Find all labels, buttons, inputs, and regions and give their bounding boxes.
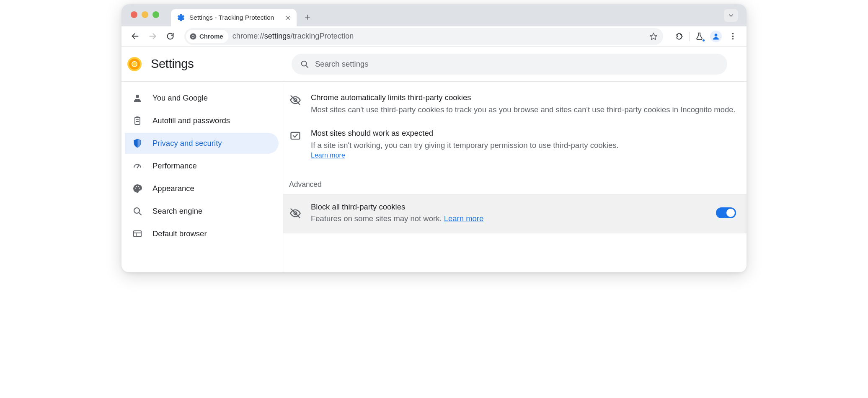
svg-point-21	[134, 208, 140, 213]
visibility-off-icon	[289, 207, 302, 219]
tab-search-button[interactable]	[724, 9, 738, 22]
sidebar-item-appearance[interactable]: Appearance	[125, 178, 279, 199]
svg-point-17	[135, 188, 136, 189]
maximize-window-button[interactable]	[152, 11, 159, 18]
site-chip[interactable]: Chrome	[186, 30, 228, 43]
setting-block-all-third-party: Block all third-party cookies Features o…	[283, 194, 747, 233]
bookmark-button[interactable]	[649, 32, 658, 41]
advanced-heading: Advanced	[283, 169, 747, 194]
svg-point-6	[732, 36, 734, 37]
clipboard-icon	[132, 116, 142, 126]
reload-icon	[166, 32, 175, 41]
page-title: Settings	[151, 57, 194, 71]
minimize-window-button[interactable]	[142, 11, 148, 18]
tab-strip: Settings - Tracking Protection	[121, 4, 747, 26]
info-row-limits-cookies: Chrome automatically limits third-party …	[289, 86, 736, 121]
info-desc: If a site isn't working, you can try giv…	[311, 140, 736, 152]
info-desc: Most sites can't use third-party cookies…	[311, 104, 736, 116]
profile-button[interactable]	[708, 29, 724, 44]
svg-point-13	[136, 95, 139, 98]
search-icon	[132, 206, 142, 216]
visibility-off-icon	[289, 92, 302, 106]
url-text: chrome://settings/trackingProtection	[232, 32, 354, 41]
settings-main: Chrome automatically limits third-party …	[283, 82, 747, 272]
sidebar-item-label: You and Google	[152, 93, 208, 103]
block-third-party-toggle[interactable]	[716, 208, 736, 218]
sidebar-item-autofill[interactable]: Autofill and passwords	[125, 110, 279, 131]
checkbox-icon	[289, 127, 302, 142]
extensions-button[interactable]	[672, 29, 687, 44]
sidebar-item-label: Appearance	[152, 184, 194, 193]
site-chip-label: Chrome	[199, 33, 223, 40]
sidebar-item-label: Default browser	[152, 229, 207, 238]
person-icon	[712, 32, 720, 41]
forward-button[interactable]	[145, 29, 160, 44]
sidebar-item-you-and-google[interactable]: You and Google	[125, 88, 279, 109]
svg-point-5	[732, 33, 734, 35]
setting-desc: Features on some sites may not work. Lea…	[311, 213, 707, 225]
star-icon	[649, 32, 658, 41]
close-window-button[interactable]	[131, 11, 137, 18]
new-tab-button[interactable]	[300, 10, 315, 25]
labs-button[interactable]	[691, 29, 707, 44]
toolbar-actions	[670, 29, 741, 44]
svg-point-11	[132, 62, 137, 66]
chevron-down-icon	[728, 12, 734, 19]
sidebar-item-label: Search engine	[152, 207, 202, 216]
window-controls	[131, 11, 159, 18]
person-icon	[132, 93, 142, 103]
sidebar-item-search-engine[interactable]: Search engine	[125, 201, 279, 222]
search-settings-input[interactable]	[315, 59, 719, 69]
overflow-menu-button[interactable]	[725, 29, 741, 44]
puzzle-icon	[675, 32, 684, 41]
svg-point-20	[139, 188, 140, 189]
sidebar-item-default-browser[interactable]: Default browser	[125, 223, 279, 244]
settings-sidebar: You and Google Autofill and passwords Pr…	[121, 82, 283, 272]
svg-rect-15	[136, 116, 139, 118]
search-icon	[300, 59, 309, 69]
chrome-logo-icon	[127, 57, 142, 71]
svg-rect-24	[291, 132, 300, 139]
separator	[689, 32, 690, 41]
settings-header: Settings	[121, 47, 747, 82]
settings-body: You and Google Autofill and passwords Pr…	[121, 82, 747, 272]
svg-rect-14	[135, 117, 140, 124]
sidebar-item-performance[interactable]: Performance	[125, 155, 279, 176]
info-title: Chrome automatically limits third-party …	[311, 92, 736, 104]
avatar	[710, 31, 722, 42]
svg-point-18	[136, 186, 137, 187]
info-title: Most sites should work as expected	[311, 127, 736, 140]
notification-dot	[702, 39, 705, 42]
arrow-left-icon	[131, 32, 140, 41]
speedometer-icon	[132, 161, 142, 171]
reload-button[interactable]	[163, 29, 178, 44]
svg-point-19	[138, 186, 139, 187]
settings-brand: Settings	[127, 57, 283, 71]
sidebar-item-label: Privacy and security	[152, 139, 222, 148]
browser-icon	[132, 229, 142, 239]
browser-toolbar: Chrome chrome://settings/trackingProtect…	[121, 26, 747, 47]
sidebar-item-label: Performance	[152, 161, 197, 171]
toggle-knob	[726, 209, 735, 217]
browser-window: Settings - Tracking Protection Chrome	[121, 4, 747, 272]
info-row-sites-work: Most sites should work as expected If a …	[289, 121, 736, 165]
back-button[interactable]	[127, 29, 142, 44]
close-icon	[285, 15, 291, 21]
sidebar-item-label: Autofill and passwords	[152, 116, 230, 125]
svg-point-16	[137, 167, 138, 168]
address-bar[interactable]: Chrome chrome://settings/trackingProtect…	[184, 28, 663, 45]
tab-close-button[interactable]	[284, 14, 292, 21]
browser-tab[interactable]: Settings - Tracking Protection	[171, 9, 297, 26]
palette-icon	[132, 183, 142, 194]
arrow-right-icon	[148, 32, 157, 41]
gear-icon	[177, 13, 185, 22]
dots-vertical-icon	[728, 32, 737, 41]
learn-more-link[interactable]: Learn more	[311, 152, 345, 159]
sidebar-item-privacy[interactable]: Privacy and security	[125, 133, 279, 154]
chrome-icon	[189, 33, 197, 40]
svg-point-7	[732, 38, 734, 40]
learn-more-link[interactable]: Learn more	[444, 214, 484, 223]
search-settings[interactable]	[292, 54, 727, 75]
svg-point-3	[192, 35, 194, 37]
svg-point-4	[715, 34, 718, 36]
